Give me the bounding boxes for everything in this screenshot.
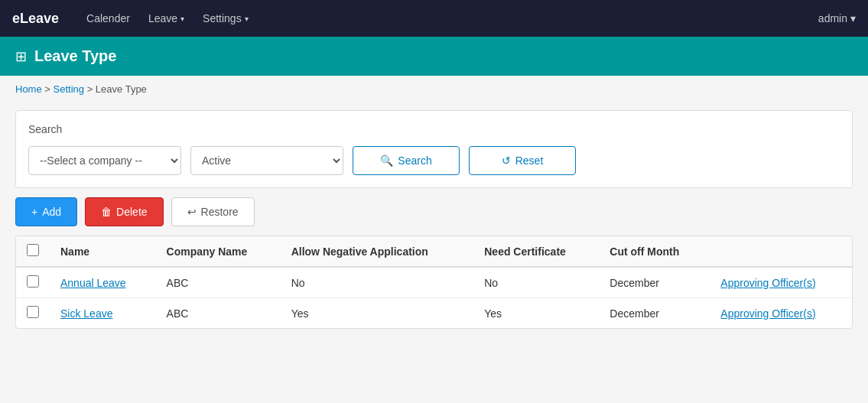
col-allow-negative: Allow Negative Application xyxy=(281,236,474,267)
row-checkbox[interactable] xyxy=(27,275,39,288)
main-content: Search --Select a company -- ActiveInact… xyxy=(0,102,868,336)
undo-icon: ↩ xyxy=(187,206,197,218)
cell-name: Sick Leave xyxy=(50,298,156,329)
chevron-down-icon: ▾ xyxy=(850,12,856,24)
row-checkbox-cell xyxy=(16,267,50,298)
table-row: Annual Leave ABC No No December Approvin… xyxy=(16,267,852,298)
breadcrumb: Home > Setting > Leave Type xyxy=(0,76,868,102)
reset-button[interactable]: ↺ Reset xyxy=(469,146,576,175)
page-title: Leave Type xyxy=(34,47,116,65)
approving-officer-link[interactable]: Approving Officer(s) xyxy=(720,307,815,320)
select-all-checkbox[interactable] xyxy=(27,244,39,256)
search-panel: Search --Select a company -- ActiveInact… xyxy=(15,110,853,188)
breadcrumb-sep2: > xyxy=(87,83,96,95)
cell-need-certificate: Yes xyxy=(473,298,599,329)
search-button[interactable]: 🔍 Search xyxy=(353,146,460,175)
row-checkbox[interactable] xyxy=(27,306,39,318)
add-button[interactable]: + Add xyxy=(15,197,77,226)
page-header: ⊞ Leave Type xyxy=(0,37,868,76)
action-row: + Add 🗑 Delete ↩ Restore xyxy=(15,197,853,226)
status-select[interactable]: ActiveInactiveAll xyxy=(190,146,343,175)
restore-button[interactable]: ↩ Restore xyxy=(171,197,255,226)
plus-icon: + xyxy=(31,206,37,218)
nav-settings[interactable]: Settings ▾ xyxy=(193,0,258,37)
table-header-row: Name Company Name Allow Negative Applica… xyxy=(16,236,852,267)
nav-calender[interactable]: Calender xyxy=(77,0,139,37)
search-row: --Select a company -- ActiveInactiveAll … xyxy=(28,146,840,175)
cell-company-name: ABC xyxy=(156,267,281,298)
cell-allow-negative: No xyxy=(281,267,474,298)
cell-cut-off-month: December xyxy=(599,298,710,329)
reset-icon: ↺ xyxy=(502,154,511,167)
user-menu[interactable]: admin ▾ xyxy=(818,12,856,24)
trash-icon: 🗑 xyxy=(101,206,112,218)
nav-leave[interactable]: Leave ▾ xyxy=(139,0,193,37)
breadcrumb-home[interactable]: Home xyxy=(15,83,42,95)
cell-action: Approving Officer(s) xyxy=(710,298,852,329)
cell-company-name: ABC xyxy=(156,298,281,329)
breadcrumb-sep1: > xyxy=(44,83,53,95)
breadcrumb-current: Leave Type xyxy=(96,83,147,95)
table-row: Sick Leave ABC Yes Yes December Approvin… xyxy=(16,298,852,329)
col-cut-off-month: Cut off Month xyxy=(599,236,710,267)
cell-need-certificate: No xyxy=(473,267,599,298)
navbar: eLeave Calender Leave ▾ Settings ▾ admin… xyxy=(0,0,868,37)
table-container: Name Company Name Allow Negative Applica… xyxy=(15,236,853,329)
leave-type-link[interactable]: Annual Leave xyxy=(60,277,126,289)
company-select[interactable]: --Select a company -- xyxy=(28,146,181,175)
chevron-down-icon: ▾ xyxy=(245,15,249,23)
leave-type-link[interactable]: Sick Leave xyxy=(60,307,112,320)
cell-cut-off-month: December xyxy=(599,267,710,298)
grid-icon: ⊞ xyxy=(15,48,27,65)
breadcrumb-setting[interactable]: Setting xyxy=(54,83,84,95)
header-checkbox-cell xyxy=(16,236,50,267)
cell-name: Annual Leave xyxy=(50,267,156,298)
col-company-name: Company Name xyxy=(156,236,281,267)
brand[interactable]: eLeave xyxy=(12,11,59,27)
col-need-certificate: Need Certificate xyxy=(473,236,599,267)
row-checkbox-cell xyxy=(16,298,50,329)
cell-allow-negative: Yes xyxy=(281,298,474,329)
col-action xyxy=(710,236,852,267)
delete-button[interactable]: 🗑 Delete xyxy=(85,197,163,226)
search-icon: 🔍 xyxy=(380,154,393,167)
chevron-down-icon: ▾ xyxy=(180,15,184,23)
col-name: Name xyxy=(50,236,156,267)
leave-type-table: Name Company Name Allow Negative Applica… xyxy=(16,236,852,328)
cell-action: Approving Officer(s) xyxy=(710,267,852,298)
approving-officer-link[interactable]: Approving Officer(s) xyxy=(720,277,815,289)
navbar-right: admin ▾ xyxy=(818,12,856,24)
search-label: Search xyxy=(28,123,840,135)
